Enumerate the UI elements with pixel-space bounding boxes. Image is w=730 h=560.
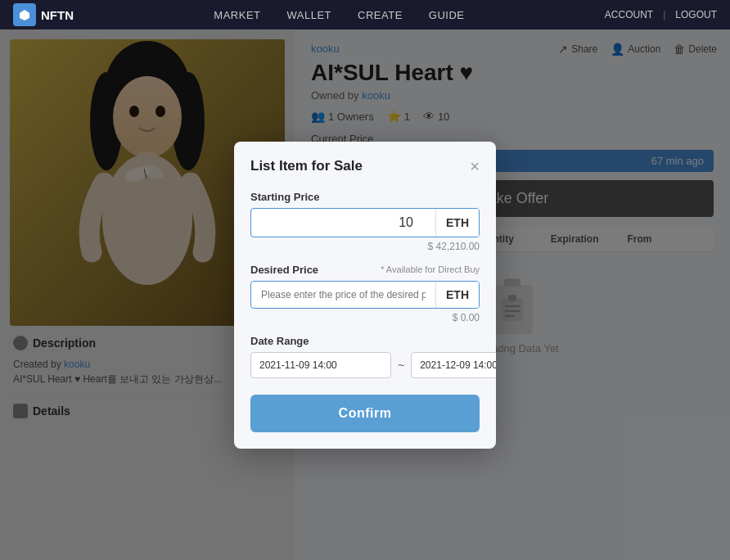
desired-price-hint: * Available for Direct Buy <box>381 264 480 274</box>
nav-right: ACCOUNT | LOGOUT <box>605 9 717 20</box>
starting-price-group: Starting Price ETH $ 42,210.00 <box>250 191 480 252</box>
desired-price-label: Desired Price <box>250 264 318 276</box>
nav-logout[interactable]: LOGOUT <box>675 9 717 20</box>
desired-price-input-wrapper: ETH <box>250 281 480 309</box>
desired-price-label-row: Desired Price * Available for Direct Buy <box>250 264 480 276</box>
starting-price-usd: $ 42,210.00 <box>250 241 480 252</box>
date-range-group: Date Range ~ <box>250 335 480 378</box>
starting-price-label: Starting Price <box>250 191 480 203</box>
desired-price-usd: $ 0.00 <box>250 312 480 323</box>
date-start-input[interactable] <box>250 352 391 378</box>
logo-text: NFTN <box>41 8 74 22</box>
modal-overlay: List Item for Sale × Starting Price ETH … <box>0 29 730 560</box>
confirm-button[interactable]: Confirm <box>250 395 480 432</box>
date-separator: ~ <box>398 359 404 372</box>
svg-marker-0 <box>20 10 29 20</box>
desired-price-currency: ETH <box>435 282 479 308</box>
nav-market[interactable]: MARKET <box>214 9 260 21</box>
modal-close-button[interactable]: × <box>470 158 480 174</box>
navbar: NFTN MARKET WALLET CREATE GUIDE ACCOUNT … <box>0 0 730 29</box>
starting-price-currency: ETH <box>435 209 479 237</box>
nav-links: MARKET WALLET CREATE GUIDE <box>100 9 579 21</box>
list-item-modal: List Item for Sale × Starting Price ETH … <box>234 142 496 449</box>
date-range-label: Date Range <box>250 335 480 347</box>
logo[interactable]: NFTN <box>13 3 74 26</box>
nav-account[interactable]: ACCOUNT <box>605 9 653 20</box>
nav-wallet[interactable]: WALLET <box>287 9 332 21</box>
starting-price-input-wrapper: ETH <box>250 208 480 237</box>
desired-price-input[interactable] <box>251 282 435 308</box>
nav-create[interactable]: CREATE <box>358 9 403 21</box>
date-end-input[interactable] <box>411 352 496 378</box>
starting-price-input[interactable] <box>251 209 435 237</box>
modal-title: List Item for Sale <box>250 158 363 174</box>
logo-icon <box>13 3 36 26</box>
nav-guide[interactable]: GUIDE <box>429 9 465 21</box>
date-range-row: ~ <box>250 352 480 378</box>
main-content: Description Created by kooku AI*SUL Hear… <box>0 29 730 560</box>
desired-price-group: Desired Price * Available for Direct Buy… <box>250 264 480 323</box>
modal-header: List Item for Sale × <box>250 158 480 174</box>
